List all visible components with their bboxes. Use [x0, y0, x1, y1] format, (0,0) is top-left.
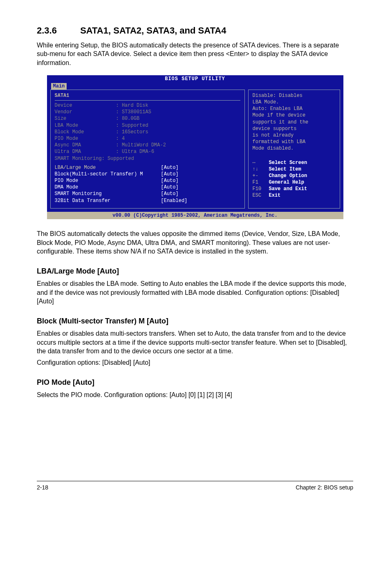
- setting-pio-mode[interactable]: PIO Mode[Auto]: [55, 177, 240, 184]
- after-bios-paragraph: The BIOS automatically detects the value…: [37, 229, 353, 256]
- device-row: LBA Mode: Supported: [55, 122, 240, 129]
- setting-block-transfer[interactable]: Block(Multi-sector Transfer) M[Auto]: [55, 171, 240, 177]
- setting-32bit-transfer[interactable]: 32Bit Data Transfer[Enabled]: [55, 197, 240, 204]
- bios-help-text: Disable: Disables LBA Mode. Auto: Enable…: [253, 92, 336, 152]
- device-row: SMART Monitoring: Supported: [55, 155, 240, 162]
- block-heading: Block (Multi-sector Transfer) M [Auto]: [37, 316, 353, 326]
- device-row: Device: Hard Disk: [55, 102, 240, 109]
- device-row: PIO Mode: 4: [55, 135, 240, 142]
- bios-left-panel: SATA1 Device: Hard Disk Vendor: ST380011…: [50, 90, 245, 209]
- arrow-ud-icon: ↑↓: [253, 166, 269, 173]
- section-number: 2.3.6: [37, 25, 78, 37]
- device-row: Size: 80.0GB: [55, 115, 240, 122]
- device-row: Ultra DMA: Ultra DMA-6: [55, 148, 240, 155]
- page-footer: 2-18 Chapter 2: BIOS setup: [37, 481, 353, 491]
- chapter-title: Chapter 2: BIOS setup: [296, 484, 353, 491]
- pio-heading: PIO Mode [Auto]: [37, 377, 353, 387]
- bios-key-legend: ↔Select Screen ↑↓Select Item +-Change Op…: [253, 159, 336, 199]
- bios-setup-utility-screenshot: BIOS SETUP UTILITY Main SATA1 Device: Ha…: [47, 75, 343, 219]
- page-number: 2-18: [37, 484, 48, 491]
- device-row: Block Mode: 16Sectors: [55, 129, 240, 135]
- setting-smart-monitoring[interactable]: SMART Monitoring[Auto]: [55, 191, 240, 197]
- intro-paragraph: While entering Setup, the BIOS automatic…: [37, 41, 353, 67]
- block-body-1: Enables or disables data multi-sectors t…: [37, 329, 353, 356]
- lba-body: Enables or disables the LBA mode. Settin…: [37, 279, 353, 306]
- bios-subtitle: SATA1: [55, 92, 240, 99]
- setting-dma-mode[interactable]: DMA Mode[Auto]: [55, 184, 240, 191]
- plus-minus-icon: +-: [253, 173, 269, 179]
- block-body-2: Configuration options: [Disabled] [Auto]: [37, 358, 353, 367]
- pio-body: Selects the PIO mode. Configuration opti…: [37, 391, 353, 399]
- section-heading: 2.3.6 SATA1, SATA2, SATA3, and SATA4: [37, 25, 353, 37]
- f1-key-icon: F1: [253, 179, 269, 186]
- bios-copyright-footer: v00.00 (C)Copyright 1985-2002, American …: [47, 212, 343, 219]
- bios-right-panel: Disable: Disables LBA Mode. Auto: Enable…: [248, 90, 340, 209]
- device-row: Async DMA: MultiWord DMA-2: [55, 142, 240, 148]
- bios-tab-main[interactable]: Main: [51, 83, 67, 90]
- section-title: SATA1, SATA2, SATA3, and SATA4: [80, 25, 226, 36]
- setting-lba-large-mode[interactable]: LBA/Large Mode[Auto]: [55, 164, 240, 171]
- esc-key-icon: ESC: [253, 192, 269, 199]
- bios-title: BIOS SETUP UTILITY: [47, 75, 343, 83]
- f10-key-icon: F10: [253, 186, 269, 192]
- lba-heading: LBA/Large Mode [Auto]: [37, 266, 353, 276]
- device-row: Vendor: ST380011AS: [55, 109, 240, 115]
- arrow-lr-icon: ↔: [253, 159, 269, 166]
